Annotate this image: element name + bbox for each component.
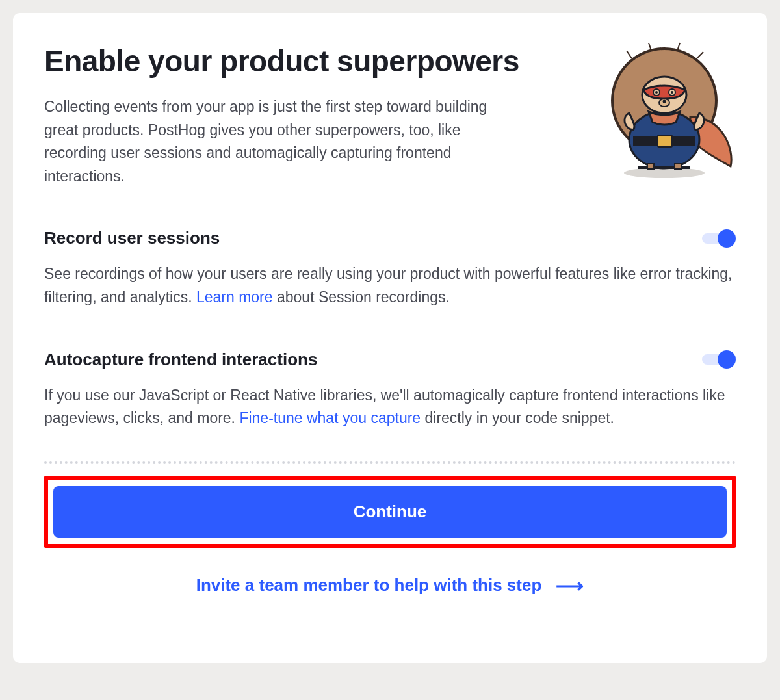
svg-line-3	[627, 51, 632, 58]
section-description: See recordings of how your users are rea…	[44, 263, 736, 309]
section-record-sessions: Record user sessions See recordings of h…	[44, 228, 736, 309]
fine-tune-link[interactable]: Fine-tune what you capture	[239, 409, 421, 426]
hero-block: Enable your product superpowers Collecti…	[44, 39, 736, 188]
svg-rect-17	[638, 166, 690, 169]
section-desc-after: directly in your code snippet.	[421, 409, 614, 426]
section-head: Autocapture frontend interactions	[44, 350, 736, 370]
learn-more-link[interactable]: Learn more	[196, 289, 273, 305]
svg-rect-19	[675, 164, 681, 169]
svg-point-13	[655, 91, 658, 94]
section-title: Autocapture frontend interactions	[44, 350, 317, 370]
onboarding-card: Enable your product superpowers Collecti…	[13, 13, 767, 663]
invite-team-label: Invite a team member to help with this s…	[196, 575, 542, 595]
invite-team-link[interactable]: Invite a team member to help with this s…	[196, 575, 584, 595]
hedgehog-hero-icon	[593, 39, 736, 185]
continue-button[interactable]: Continue	[53, 486, 727, 538]
section-head: Record user sessions	[44, 228, 736, 248]
svg-rect-18	[647, 164, 654, 169]
continue-highlight-frame: Continue	[44, 476, 736, 548]
hero-text: Enable your product superpowers Collecti…	[44, 39, 575, 188]
svg-point-14	[671, 91, 673, 94]
svg-point-16	[663, 100, 666, 103]
toggle-autocapture[interactable]	[701, 350, 736, 369]
section-title: Record user sessions	[44, 228, 220, 248]
arrow-right-icon: ⟶	[556, 576, 584, 595]
toggle-record-sessions[interactable]	[701, 229, 736, 248]
invite-line: Invite a team member to help with this s…	[44, 575, 736, 595]
page-title: Enable your product superpowers	[44, 44, 575, 79]
dotted-divider	[44, 461, 736, 464]
page-intro: Collecting events from your app is just …	[44, 96, 525, 188]
section-desc-after: about Session recordings.	[273, 289, 450, 305]
page-root: Enable your product superpowers Collecti…	[0, 0, 780, 676]
svg-line-6	[697, 52, 703, 58]
svg-rect-9	[658, 135, 672, 147]
section-autocapture: Autocapture frontend interactions If you…	[44, 350, 736, 430]
section-description: If you use our JavaScript or React Nativ…	[44, 384, 736, 430]
